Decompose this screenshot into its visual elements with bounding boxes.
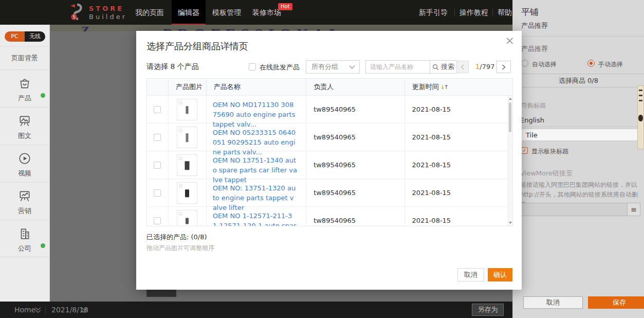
brand-logo[interactable]: S STORE Builder [69, 3, 127, 23]
product-thumbnail[interactable] [177, 99, 197, 120]
show-block-title-label: 显示板块标题 [531, 147, 568, 156]
row-checkbox[interactable] [154, 217, 161, 224]
sidebar-item-page-background[interactable]: 页面背景 [0, 50, 49, 66]
row-checkbox[interactable] [154, 134, 161, 141]
header-checkbox-col [147, 79, 168, 95]
sidebar-item-marketing[interactable]: 营销 [0, 182, 49, 220]
toggle-wireless[interactable]: 无线 [25, 31, 45, 42]
toggle-pc[interactable]: PC [5, 31, 25, 42]
panel-save-button[interactable]: 保存 [588, 296, 644, 309]
radio-auto-select[interactable] [521, 60, 528, 67]
owner-cell: tw89540965 [306, 207, 404, 226]
updated-cell: 2021-08-15 [404, 179, 512, 206]
viewmore-link-input[interactable] [520, 203, 640, 216]
header-product-name: 产品名称 [206, 79, 306, 95]
divider [45, 306, 46, 314]
store-builder-app: S STORE Builder 我的页面 编辑器 模板管理 装修市场 Hot 新… [0, 0, 644, 318]
search-button[interactable]: 搜索 [430, 60, 457, 74]
table-scrollbar[interactable] [508, 96, 512, 226]
link-list-icon[interactable]: ≡ [627, 203, 640, 216]
chevron-down-icon [349, 65, 355, 69]
image-text-icon [18, 114, 31, 128]
modal-cancel-button[interactable]: 取消 [457, 268, 484, 281]
sidebar-item-label: 营销 [0, 206, 49, 216]
product-name-link[interactable]: OEM NO 13751-1340 auto spare parts car l… [206, 151, 306, 179]
product-thumbnail[interactable] [177, 210, 197, 226]
scroll-down-icon[interactable] [509, 222, 512, 224]
row-checkbox[interactable] [154, 162, 161, 169]
sidebar-item-product[interactable]: 产品 [0, 69, 49, 107]
modal-title: 选择产品分组商品详情页 [146, 40, 248, 52]
product-thumbnail[interactable] [177, 154, 197, 176]
svg-text:S: S [73, 15, 76, 20]
scrollbar-thumb[interactable] [509, 102, 511, 132]
row-checkbox[interactable] [154, 106, 161, 113]
updated-cell: 2021-08-15 [404, 96, 512, 123]
radio-manual-select-label[interactable]: 手动选择 [598, 60, 623, 69]
wholesale-checkbox-label: 在线批发产品 [260, 63, 300, 72]
table-header: 产品图片 产品名称 负责人 更新时间 ↓ ↑ [147, 79, 512, 96]
device-toggle[interactable]: PC 无线 [5, 31, 45, 42]
product-thumbnail[interactable] [177, 182, 197, 204]
nav-item-tutorial[interactable]: 操作教程 [457, 0, 490, 25]
nav-item-help[interactable]: 帮助 [498, 0, 512, 25]
product-search-input[interactable] [365, 60, 430, 74]
close-icon[interactable]: × [505, 35, 514, 46]
product-name-link[interactable]: OEM NO: 13751-1320 auto engine parts tap… [206, 179, 306, 206]
table-row: OEM NO: 13751-1320 auto engine parts tap… [147, 179, 512, 207]
next-page-button[interactable] [496, 61, 511, 73]
panel-subtitle: 产品推荐 [521, 21, 548, 30]
show-block-title-checkbox[interactable]: ✓ [521, 147, 528, 154]
updated-cell: 2021-08-15 [404, 207, 512, 226]
nav-item-my-pages[interactable]: 我的页面 [130, 0, 170, 25]
video-play-icon [18, 152, 31, 165]
save-as-button[interactable]: 另存为 [472, 304, 504, 316]
modal-confirm-button[interactable]: 确认 [488, 268, 512, 281]
nav-item-template-manage[interactable]: 模板管理 [207, 0, 247, 25]
nav-item-beginner-guide[interactable]: 新手引导 [415, 0, 451, 25]
group-filter-value: 所有分组 [311, 63, 338, 70]
product-thumbnail[interactable] [177, 127, 197, 148]
sort-asc-icon[interactable]: ↑ [444, 84, 449, 91]
wholesale-checkbox[interactable] [249, 63, 256, 70]
total-pages: /797 [480, 63, 494, 70]
select-products-button[interactable]: 选择商品 0/8 [513, 74, 644, 87]
header-product-image: 产品图片 [168, 79, 206, 95]
sidebar-item-video[interactable]: 视频 [0, 145, 49, 182]
chevron-right-icon [502, 64, 506, 70]
sidebar-item-company[interactable]: 公司 [0, 220, 49, 257]
product-name-link[interactable]: OEM NO MD171130 30875690 auto engine par… [206, 96, 306, 123]
product-name-link[interactable]: OEM NO 05233315 0640051 90295215 auto en… [206, 123, 306, 151]
page-indicator: 1/797 [475, 63, 494, 70]
banner-script-decoration: Z [81, 25, 89, 31]
radio-auto-select-label[interactable]: 自动选择 [532, 60, 557, 69]
owner-cell: tw89540965 [306, 123, 404, 151]
product-name-link[interactable]: OEM NO 1-12571-211-3 1-12571-120-1 auto … [206, 207, 306, 226]
group-filter-select[interactable]: 所有分组 [306, 60, 360, 74]
nav-item-editor[interactable]: 编辑器 [172, 0, 206, 25]
scroll-up-icon[interactable] [509, 98, 512, 100]
cutoff-tooltip [637, 85, 644, 149]
row-checkbox[interactable] [154, 189, 161, 197]
table-row: OEM NO 13751-1340 auto spare parts car l… [147, 151, 512, 179]
language-label: English [520, 116, 544, 124]
panel-cancel-button[interactable]: 取消 [523, 296, 583, 309]
search-button-label: 搜索 [441, 62, 454, 72]
chevron-left-icon [461, 64, 465, 70]
double-chevron-down-icon[interactable] [80, 307, 88, 313]
sidebar-item-label: 视频 [0, 169, 49, 178]
radio-manual-select[interactable] [587, 60, 595, 67]
prev-page-button[interactable] [456, 61, 469, 73]
drag-hint: 拖动产品图片可调整顺序 [146, 244, 214, 253]
search-icon [432, 64, 439, 70]
header-updated-time[interactable]: 更新时间 ↓ ↑ [404, 79, 512, 95]
product-select-modal: × 选择产品分组商品详情页 请选择 8 个产品 在线批发产品 所有分组 搜索 1… [136, 31, 522, 290]
page-selector[interactable]: Home [14, 302, 35, 318]
double-chevron-down-icon[interactable] [34, 307, 42, 313]
selected-summary: 已选择的产品: (0/8) [146, 233, 207, 242]
block-title-input[interactable] [521, 129, 638, 141]
updated-cell: 2021-08-15 [404, 151, 512, 179]
table-body: OEM NO MD171130 30875690 auto engine par… [147, 96, 512, 226]
sidebar-item-image-text[interactable]: 图文 [0, 107, 49, 145]
panel-title: 平铺 [521, 6, 539, 18]
